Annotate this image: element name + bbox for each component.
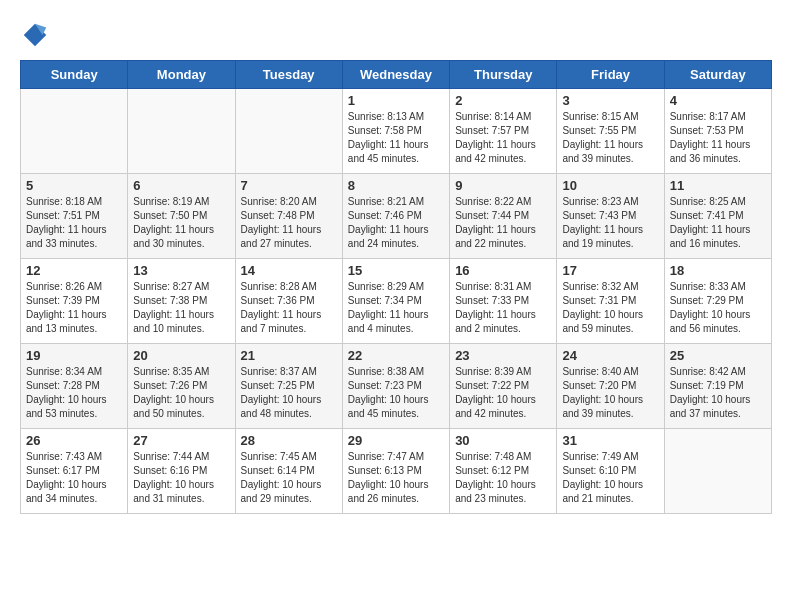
- logo: [20, 20, 54, 50]
- day-info: Sunrise: 8:38 AM Sunset: 7:23 PM Dayligh…: [348, 365, 444, 421]
- day-number: 10: [562, 178, 658, 193]
- day-number: 9: [455, 178, 551, 193]
- calendar-cell: 15Sunrise: 8:29 AM Sunset: 7:34 PM Dayli…: [342, 259, 449, 344]
- calendar-cell: 12Sunrise: 8:26 AM Sunset: 7:39 PM Dayli…: [21, 259, 128, 344]
- day-number: 14: [241, 263, 337, 278]
- weekday-header-friday: Friday: [557, 61, 664, 89]
- calendar-cell: 1Sunrise: 8:13 AM Sunset: 7:58 PM Daylig…: [342, 89, 449, 174]
- day-info: Sunrise: 8:15 AM Sunset: 7:55 PM Dayligh…: [562, 110, 658, 166]
- calendar-cell: 24Sunrise: 8:40 AM Sunset: 7:20 PM Dayli…: [557, 344, 664, 429]
- calendar-cell: [664, 429, 771, 514]
- day-number: 28: [241, 433, 337, 448]
- weekday-header-row: SundayMondayTuesdayWednesdayThursdayFrid…: [21, 61, 772, 89]
- day-number: 19: [26, 348, 122, 363]
- day-number: 22: [348, 348, 444, 363]
- calendar-cell: 26Sunrise: 7:43 AM Sunset: 6:17 PM Dayli…: [21, 429, 128, 514]
- calendar-week-2: 5Sunrise: 8:18 AM Sunset: 7:51 PM Daylig…: [21, 174, 772, 259]
- calendar-cell: 29Sunrise: 7:47 AM Sunset: 6:13 PM Dayli…: [342, 429, 449, 514]
- day-info: Sunrise: 7:43 AM Sunset: 6:17 PM Dayligh…: [26, 450, 122, 506]
- day-info: Sunrise: 7:48 AM Sunset: 6:12 PM Dayligh…: [455, 450, 551, 506]
- day-number: 24: [562, 348, 658, 363]
- day-number: 7: [241, 178, 337, 193]
- day-number: 5: [26, 178, 122, 193]
- weekday-header-sunday: Sunday: [21, 61, 128, 89]
- day-number: 20: [133, 348, 229, 363]
- day-number: 25: [670, 348, 766, 363]
- calendar-cell: 8Sunrise: 8:21 AM Sunset: 7:46 PM Daylig…: [342, 174, 449, 259]
- calendar-cell: 9Sunrise: 8:22 AM Sunset: 7:44 PM Daylig…: [450, 174, 557, 259]
- day-info: Sunrise: 8:14 AM Sunset: 7:57 PM Dayligh…: [455, 110, 551, 166]
- calendar-week-1: 1Sunrise: 8:13 AM Sunset: 7:58 PM Daylig…: [21, 89, 772, 174]
- day-info: Sunrise: 8:25 AM Sunset: 7:41 PM Dayligh…: [670, 195, 766, 251]
- calendar-cell: 27Sunrise: 7:44 AM Sunset: 6:16 PM Dayli…: [128, 429, 235, 514]
- calendar-cell: [128, 89, 235, 174]
- calendar-cell: 20Sunrise: 8:35 AM Sunset: 7:26 PM Dayli…: [128, 344, 235, 429]
- calendar-cell: 3Sunrise: 8:15 AM Sunset: 7:55 PM Daylig…: [557, 89, 664, 174]
- calendar-cell: 14Sunrise: 8:28 AM Sunset: 7:36 PM Dayli…: [235, 259, 342, 344]
- calendar-cell: 19Sunrise: 8:34 AM Sunset: 7:28 PM Dayli…: [21, 344, 128, 429]
- day-number: 21: [241, 348, 337, 363]
- calendar-cell: 31Sunrise: 7:49 AM Sunset: 6:10 PM Dayli…: [557, 429, 664, 514]
- calendar-cell: 28Sunrise: 7:45 AM Sunset: 6:14 PM Dayli…: [235, 429, 342, 514]
- day-number: 4: [670, 93, 766, 108]
- day-info: Sunrise: 8:40 AM Sunset: 7:20 PM Dayligh…: [562, 365, 658, 421]
- day-number: 18: [670, 263, 766, 278]
- calendar-cell: 6Sunrise: 8:19 AM Sunset: 7:50 PM Daylig…: [128, 174, 235, 259]
- day-number: 27: [133, 433, 229, 448]
- day-info: Sunrise: 8:39 AM Sunset: 7:22 PM Dayligh…: [455, 365, 551, 421]
- day-info: Sunrise: 7:44 AM Sunset: 6:16 PM Dayligh…: [133, 450, 229, 506]
- day-number: 6: [133, 178, 229, 193]
- calendar-cell: 7Sunrise: 8:20 AM Sunset: 7:48 PM Daylig…: [235, 174, 342, 259]
- day-info: Sunrise: 8:21 AM Sunset: 7:46 PM Dayligh…: [348, 195, 444, 251]
- day-number: 15: [348, 263, 444, 278]
- day-info: Sunrise: 8:32 AM Sunset: 7:31 PM Dayligh…: [562, 280, 658, 336]
- day-number: 8: [348, 178, 444, 193]
- day-number: 2: [455, 93, 551, 108]
- day-info: Sunrise: 8:13 AM Sunset: 7:58 PM Dayligh…: [348, 110, 444, 166]
- calendar: SundayMondayTuesdayWednesdayThursdayFrid…: [20, 60, 772, 514]
- day-number: 17: [562, 263, 658, 278]
- day-info: Sunrise: 8:26 AM Sunset: 7:39 PM Dayligh…: [26, 280, 122, 336]
- day-number: 1: [348, 93, 444, 108]
- calendar-cell: 4Sunrise: 8:17 AM Sunset: 7:53 PM Daylig…: [664, 89, 771, 174]
- weekday-header-saturday: Saturday: [664, 61, 771, 89]
- day-info: Sunrise: 8:19 AM Sunset: 7:50 PM Dayligh…: [133, 195, 229, 251]
- day-info: Sunrise: 8:28 AM Sunset: 7:36 PM Dayligh…: [241, 280, 337, 336]
- day-info: Sunrise: 8:42 AM Sunset: 7:19 PM Dayligh…: [670, 365, 766, 421]
- day-number: 30: [455, 433, 551, 448]
- calendar-cell: 18Sunrise: 8:33 AM Sunset: 7:29 PM Dayli…: [664, 259, 771, 344]
- day-info: Sunrise: 8:33 AM Sunset: 7:29 PM Dayligh…: [670, 280, 766, 336]
- day-number: 12: [26, 263, 122, 278]
- day-info: Sunrise: 8:37 AM Sunset: 7:25 PM Dayligh…: [241, 365, 337, 421]
- day-info: Sunrise: 7:49 AM Sunset: 6:10 PM Dayligh…: [562, 450, 658, 506]
- day-info: Sunrise: 8:18 AM Sunset: 7:51 PM Dayligh…: [26, 195, 122, 251]
- day-info: Sunrise: 8:31 AM Sunset: 7:33 PM Dayligh…: [455, 280, 551, 336]
- weekday-header-thursday: Thursday: [450, 61, 557, 89]
- day-info: Sunrise: 8:23 AM Sunset: 7:43 PM Dayligh…: [562, 195, 658, 251]
- weekday-header-wednesday: Wednesday: [342, 61, 449, 89]
- calendar-week-5: 26Sunrise: 7:43 AM Sunset: 6:17 PM Dayli…: [21, 429, 772, 514]
- calendar-week-4: 19Sunrise: 8:34 AM Sunset: 7:28 PM Dayli…: [21, 344, 772, 429]
- day-info: Sunrise: 8:22 AM Sunset: 7:44 PM Dayligh…: [455, 195, 551, 251]
- day-number: 13: [133, 263, 229, 278]
- day-number: 16: [455, 263, 551, 278]
- day-info: Sunrise: 7:45 AM Sunset: 6:14 PM Dayligh…: [241, 450, 337, 506]
- day-number: 31: [562, 433, 658, 448]
- day-number: 23: [455, 348, 551, 363]
- day-number: 11: [670, 178, 766, 193]
- day-info: Sunrise: 8:35 AM Sunset: 7:26 PM Dayligh…: [133, 365, 229, 421]
- calendar-cell: 30Sunrise: 7:48 AM Sunset: 6:12 PM Dayli…: [450, 429, 557, 514]
- calendar-cell: 21Sunrise: 8:37 AM Sunset: 7:25 PM Dayli…: [235, 344, 342, 429]
- day-info: Sunrise: 8:17 AM Sunset: 7:53 PM Dayligh…: [670, 110, 766, 166]
- weekday-header-monday: Monday: [128, 61, 235, 89]
- weekday-header-tuesday: Tuesday: [235, 61, 342, 89]
- day-info: Sunrise: 8:34 AM Sunset: 7:28 PM Dayligh…: [26, 365, 122, 421]
- day-info: Sunrise: 8:20 AM Sunset: 7:48 PM Dayligh…: [241, 195, 337, 251]
- calendar-cell: [235, 89, 342, 174]
- calendar-cell: 5Sunrise: 8:18 AM Sunset: 7:51 PM Daylig…: [21, 174, 128, 259]
- calendar-cell: 16Sunrise: 8:31 AM Sunset: 7:33 PM Dayli…: [450, 259, 557, 344]
- header: [20, 20, 772, 50]
- day-info: Sunrise: 8:29 AM Sunset: 7:34 PM Dayligh…: [348, 280, 444, 336]
- calendar-cell: 22Sunrise: 8:38 AM Sunset: 7:23 PM Dayli…: [342, 344, 449, 429]
- day-info: Sunrise: 8:27 AM Sunset: 7:38 PM Dayligh…: [133, 280, 229, 336]
